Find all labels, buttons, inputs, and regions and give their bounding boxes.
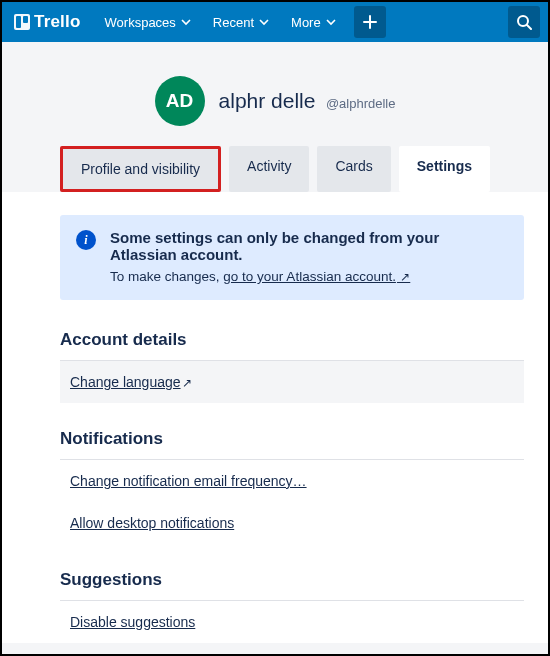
tab-profile-visibility[interactable]: Profile and visibility (60, 146, 221, 192)
nav-workspaces-label: Workspaces (105, 15, 176, 30)
nav-more[interactable]: More (281, 9, 346, 36)
section-notifications: Notifications Change notification email … (60, 429, 524, 544)
profile-display-name: alphr delle (219, 89, 316, 112)
profile-handle: @alphrdelle (326, 96, 396, 111)
banner-subtext: To make changes, go to your Atlassian ac… (110, 269, 508, 284)
profile-header: AD alphr delle @alphrdelle (2, 42, 548, 146)
section-account-details: Account details Change language ↗ (60, 330, 524, 403)
plus-icon (362, 14, 378, 30)
svg-rect-2 (23, 16, 28, 23)
row-disable-suggestions: Disable suggestions (60, 601, 524, 643)
tab-cards[interactable]: Cards (317, 146, 390, 192)
svg-rect-1 (16, 16, 21, 28)
external-link-icon: ↗ (182, 376, 192, 390)
disable-suggestions-link[interactable]: Disable suggestions (70, 614, 195, 630)
trello-logo-text: Trello (34, 12, 81, 32)
row-change-notification-freq: Change notification email frequency… (60, 460, 524, 502)
nav-items: Workspaces Recent More (95, 9, 346, 36)
chevron-down-icon (181, 17, 191, 27)
row-allow-desktop-notifications: Allow desktop notifications (60, 502, 524, 544)
banner-title: Some settings can only be changed from y… (110, 229, 508, 263)
create-button[interactable] (354, 6, 386, 38)
info-icon: i (76, 230, 96, 250)
atlassian-info-banner: i Some settings can only be changed from… (60, 215, 524, 300)
nav-recent-label: Recent (213, 15, 254, 30)
change-notification-frequency-link[interactable]: Change notification email frequency… (70, 473, 307, 489)
nav-more-label: More (291, 15, 321, 30)
search-icon (516, 14, 532, 30)
trello-board-icon (14, 14, 30, 30)
section-title-account: Account details (60, 330, 524, 361)
nav-workspaces[interactable]: Workspaces (95, 9, 201, 36)
top-header: Trello Workspaces Recent More (2, 2, 548, 42)
section-title-suggestions: Suggestions (60, 570, 524, 601)
profile-tabs: Profile and visibility Activity Cards Se… (2, 146, 548, 192)
profile-name-wrap: alphr delle @alphrdelle (219, 89, 396, 113)
atlassian-account-link[interactable]: go to your Atlassian account. ↗ (223, 269, 410, 284)
trello-logo[interactable]: Trello (6, 12, 89, 32)
external-link-icon: ↗ (397, 270, 410, 284)
search-button[interactable] (508, 6, 540, 38)
allow-desktop-notifications-link[interactable]: Allow desktop notifications (70, 515, 234, 531)
section-suggestions: Suggestions Disable suggestions (60, 570, 524, 643)
nav-recent[interactable]: Recent (203, 9, 279, 36)
tab-activity[interactable]: Activity (229, 146, 309, 192)
settings-content: i Some settings can only be changed from… (2, 192, 548, 643)
change-language-link[interactable]: Change language ↗ (70, 374, 192, 390)
tab-settings[interactable]: Settings (399, 146, 490, 192)
chevron-down-icon (326, 17, 336, 27)
avatar: AD (155, 76, 205, 126)
chevron-down-icon (259, 17, 269, 27)
row-change-language: Change language ↗ (60, 361, 524, 403)
section-title-notifications: Notifications (60, 429, 524, 460)
